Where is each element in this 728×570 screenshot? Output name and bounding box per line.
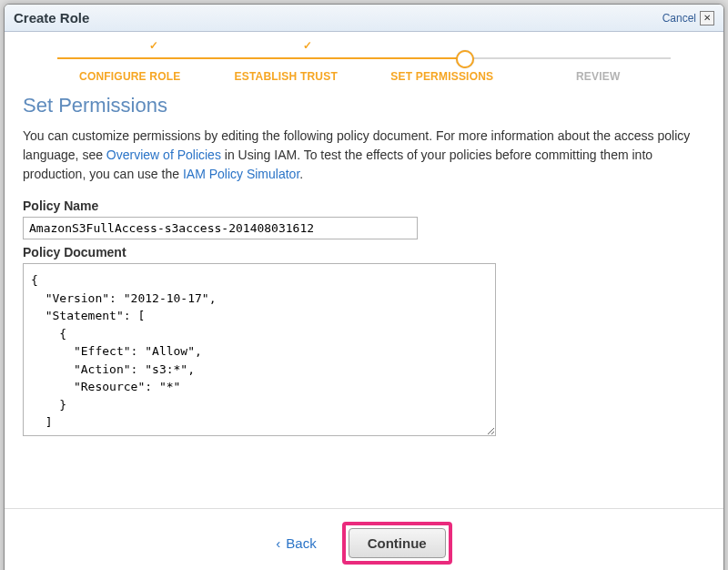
- continue-highlight: Continue: [342, 522, 452, 565]
- wizard-track: ✓ ✓: [57, 52, 671, 65]
- step-configure-role[interactable]: CONFIGURE ROLE: [52, 70, 208, 83]
- close-icon[interactable]: ✕: [700, 11, 714, 25]
- cancel-link[interactable]: Cancel: [662, 12, 696, 25]
- modal-header: Create Role Cancel ✕: [5, 5, 723, 32]
- policy-name-input[interactable]: [23, 217, 418, 239]
- step-establish-trust[interactable]: ESTABLISH TRUST: [208, 70, 365, 83]
- step-review: REVIEW: [521, 70, 677, 83]
- header-actions: Cancel ✕: [662, 11, 714, 25]
- modal-body: Set Permissions You can customize permis…: [5, 83, 723, 439]
- track-complete: [57, 57, 462, 59]
- policy-name-label: Policy Name: [23, 198, 705, 213]
- step-set-permissions[interactable]: SET PERMISSIONS: [364, 70, 521, 83]
- iam-policy-simulator-link[interactable]: IAM Policy Simulator: [183, 167, 299, 181]
- modal-footer: ‹ Back Continue: [5, 508, 723, 570]
- back-button[interactable]: ‹ Back: [276, 535, 316, 551]
- policy-document-textarea[interactable]: [23, 263, 496, 436]
- modal-title: Create Role: [14, 10, 89, 25]
- section-heading: Set Permissions: [23, 94, 705, 117]
- section-description: You can customize permissions by editing…: [23, 127, 705, 184]
- chevron-left-icon: ‹: [276, 535, 280, 551]
- policy-document-label: Policy Document: [23, 245, 705, 260]
- step-check-icon: ✓: [149, 39, 158, 52]
- step-check-icon: ✓: [303, 39, 312, 52]
- desc-text: .: [299, 167, 303, 181]
- wizard-steps: CONFIGURE ROLE ESTABLISH TRUST SET PERMI…: [48, 70, 680, 83]
- continue-button[interactable]: Continue: [349, 528, 446, 558]
- back-label: Back: [286, 535, 316, 551]
- create-role-modal: Create Role Cancel ✕ ✓ ✓ CONFIGURE ROLE …: [4, 4, 724, 570]
- wizard-progress: ✓ ✓ CONFIGURE ROLE ESTABLISH TRUST SET P…: [5, 32, 723, 83]
- track-remaining: [462, 57, 671, 59]
- overview-of-policies-link[interactable]: Overview of Policies: [106, 148, 221, 162]
- wizard-knob: [456, 50, 474, 68]
